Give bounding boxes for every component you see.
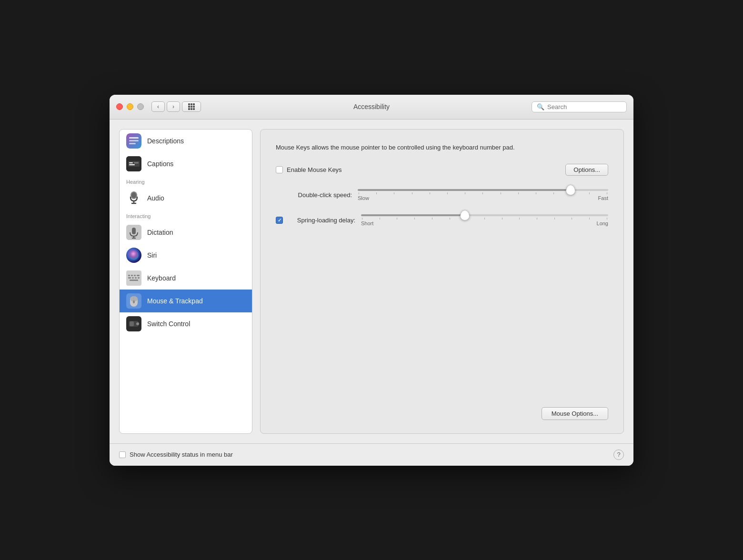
mouse-icon [126,293,141,309]
captions-icon [126,156,141,171]
search-input[interactable] [547,103,622,110]
nav-buttons: ‹ › [151,101,180,112]
svg-rect-31 [128,277,131,279]
double-click-row: Double-click speed: Slow [276,189,608,201]
svg-rect-40 [133,300,135,303]
back-button[interactable]: ‹ [151,101,165,112]
main-content: Descriptions Captions Hearing [110,120,633,443]
slow-label: Slow [358,195,369,201]
svg-rect-29 [134,275,136,276]
enable-mouse-keys-row: Enable Mouse Keys Options... [276,164,608,176]
svg-rect-16 [129,164,135,165]
grid-button[interactable] [182,101,201,112]
keyboard-icon [126,270,141,286]
spring-loading-label: Spring-loading delay: [289,217,355,224]
enable-mouse-keys-container: Enable Mouse Keys [276,166,565,173]
hearing-section-label: Hearing [120,175,252,187]
double-click-label: Double-click speed: [276,191,352,199]
short-label: Short [361,220,373,226]
dictation-label: Dictation [147,229,173,236]
help-button[interactable]: ? [613,450,624,460]
svg-rect-2 [193,103,195,105]
svg-rect-33 [135,277,137,279]
svg-rect-27 [128,275,130,276]
spring-loading-slider-container: Short Long [361,214,608,226]
spring-loading-checkbox[interactable] [276,217,283,224]
svg-point-19 [131,192,136,198]
main-window: ‹ › Accessibility 🔍 [110,95,633,466]
maximize-button[interactable] [137,103,144,110]
close-button[interactable] [116,103,123,110]
sidebar-item-mouse[interactable]: Mouse & Trackpad [120,290,252,312]
sidebar-item-audio[interactable]: Audio [120,187,252,210]
interacting-section-label: Interacting [120,210,252,221]
descriptions-icon [126,133,141,149]
spring-loading-thumb[interactable] [460,210,470,220]
spring-loading-section: Spring-loading delay: Short [276,214,608,226]
svg-rect-34 [138,277,140,279]
svg-rect-11 [129,140,139,141]
svg-rect-28 [131,275,133,276]
search-box[interactable]: 🔍 [532,101,627,112]
long-label: Long [597,220,608,226]
sidebar-item-dictation[interactable]: Dictation [120,221,252,244]
siri-icon [126,248,141,263]
svg-rect-12 [129,143,136,144]
double-click-slider-container: Slow Fast [358,189,608,201]
svg-rect-14 [128,161,140,167]
switch-label: Switch Control [147,320,190,328]
sidebar-item-siri[interactable]: Siri [120,244,252,267]
svg-rect-15 [129,162,133,163]
options-button[interactable]: Options... [565,164,608,176]
sidebar-item-captions[interactable]: Captions [120,152,252,175]
svg-point-44 [136,322,139,325]
svg-rect-32 [132,277,134,279]
svg-rect-35 [130,280,138,281]
dictation-icon [126,225,141,240]
svg-rect-1 [191,103,192,105]
svg-rect-0 [188,103,190,105]
mouse-label: Mouse & Trackpad [147,297,203,305]
show-status-container: Show Accessibility status in menu bar [119,451,233,458]
captions-label: Captions [147,160,173,168]
forward-button[interactable]: › [167,101,180,112]
svg-rect-7 [191,108,192,110]
minimize-button[interactable] [127,103,133,110]
panel-description: Mouse Keys allows the mouse pointer to b… [276,143,552,153]
siri-label: Siri [147,251,157,259]
svg-rect-10 [129,137,139,139]
sidebar-item-switch[interactable]: Switch Control [120,312,252,335]
double-click-thumb[interactable] [566,185,575,195]
audio-label: Audio [147,194,164,202]
audio-icon [126,190,141,206]
sidebar-item-descriptions[interactable]: Descriptions [120,130,252,152]
double-click-section: Double-click speed: Slow [276,189,608,201]
mouse-options-button[interactable]: Mouse Options... [542,407,608,420]
svg-rect-3 [188,106,190,108]
svg-rect-23 [132,228,136,234]
spring-loading-row: Spring-loading delay: Short [276,214,608,226]
svg-rect-8 [193,108,195,110]
double-click-track [358,189,608,191]
svg-rect-43 [130,321,134,326]
sidebar: Descriptions Captions Hearing [119,129,252,434]
descriptions-label: Descriptions [147,137,184,145]
bottom-bar: Show Accessibility status in menu bar ? [110,443,633,466]
sidebar-item-keyboard[interactable]: Keyboard [120,267,252,290]
settings-panel: Mouse Keys allows the mouse pointer to b… [260,129,624,434]
show-status-label: Show Accessibility status in menu bar [130,451,233,458]
switch-icon [126,316,141,331]
search-icon: 🔍 [537,103,544,110]
keyboard-label: Keyboard [147,274,176,282]
svg-rect-30 [137,275,140,276]
svg-rect-4 [191,106,192,108]
window-title: Accessibility [353,103,390,110]
svg-rect-6 [188,108,190,110]
enable-mouse-keys-checkbox[interactable] [276,166,283,173]
fast-label: Fast [598,195,608,201]
spring-loading-track [361,214,608,216]
spring-loading-ticks [361,218,608,220]
traffic-lights [116,103,144,110]
svg-rect-17 [134,162,139,163]
show-status-checkbox[interactable] [119,451,126,458]
